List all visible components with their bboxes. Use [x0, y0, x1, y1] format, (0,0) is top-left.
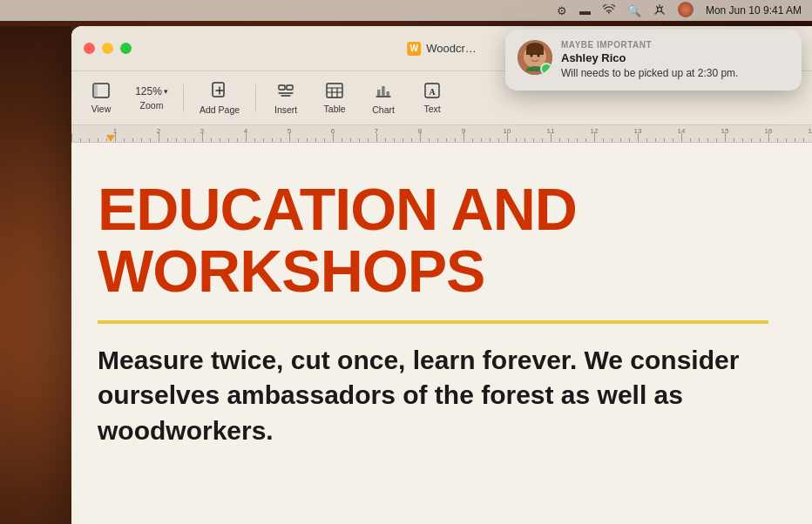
document-area[interactable]: EDUCATION AND WORKSHOPS Measure twice, c…: [71, 144, 812, 524]
chart-button[interactable]: Chart: [361, 76, 406, 121]
insert-button[interactable]: Insert: [263, 76, 308, 121]
svg-rect-4: [213, 83, 224, 97]
view-icon: [92, 83, 110, 101]
view-label: View: [91, 104, 112, 114]
airdrop-icon[interactable]: [653, 3, 666, 18]
svg-rect-13: [382, 86, 385, 97]
toolbar-separator-2: [255, 84, 256, 112]
view-button[interactable]: View: [78, 76, 124, 121]
sidebar-area: [0, 26, 71, 524]
pages-window: W Woodcr… View 125% ▾: [71, 26, 812, 524]
chart-icon: [375, 82, 392, 102]
add-page-label: Add Page: [200, 104, 240, 115]
desktop: ⚙ ▬ 🔍: [0, 0, 812, 524]
svg-point-21: [531, 55, 533, 57]
document-divider: [98, 320, 768, 324]
zoom-button[interactable]: 125% ▾ Zoom: [127, 76, 176, 121]
text-label: Text: [423, 104, 440, 114]
text-icon: A: [424, 83, 440, 101]
svg-text:A: A: [430, 86, 436, 96]
svg-rect-5: [279, 85, 285, 90]
notification-message: Will needs to be picked up at 2:30 pm.: [561, 66, 789, 80]
notification[interactable]: MAYBE IMPORTANT Ashley Rico Will needs t…: [505, 30, 802, 91]
notification-importance: MAYBE IMPORTANT: [561, 40, 789, 50]
minimize-button[interactable]: [102, 43, 113, 54]
chevron-down-icon: ▾: [164, 87, 168, 96]
svg-rect-14: [387, 91, 390, 97]
maximize-button[interactable]: [120, 43, 132, 54]
svg-rect-20: [526, 48, 544, 55]
document-body: Measure twice, cut once, learn forever. …: [98, 343, 768, 449]
zoom-value: 125% ▾: [135, 85, 168, 97]
menubar-time: Mon Jun 10 9:41 AM: [706, 4, 802, 17]
add-page-icon: [211, 82, 228, 102]
notification-content: MAYBE IMPORTANT Ashley Rico Will needs t…: [561, 40, 789, 80]
messages-badge: [540, 63, 552, 75]
insert-icon: [277, 82, 294, 102]
zoom-label: Zoom: [140, 100, 164, 111]
table-label: Table: [324, 104, 346, 114]
search-icon[interactable]: 🔍: [627, 4, 641, 17]
add-page-button[interactable]: Add Page: [191, 76, 248, 121]
pages-app-icon: W: [407, 42, 421, 56]
toolbar-separator-1: [183, 84, 184, 112]
user-avatar-icon[interactable]: [678, 2, 694, 20]
wifi-icon[interactable]: [603, 4, 615, 17]
window-title: W Woodcr…: [407, 42, 477, 56]
close-button[interactable]: [84, 43, 95, 54]
svg-rect-3: [93, 84, 98, 97]
window-title-text: Woodcr…: [426, 42, 477, 55]
svg-rect-7: [327, 84, 342, 97]
ruler: 1234567891011121314151617: [71, 125, 812, 143]
svg-point-22: [538, 55, 540, 57]
svg-rect-6: [287, 85, 293, 90]
chart-label: Chart: [372, 104, 395, 115]
table-icon: [326, 83, 343, 101]
gear-icon[interactable]: ⚙: [557, 4, 567, 17]
ruler-content: 1234567891011121314151617: [71, 125, 812, 142]
menubar-right: ⚙ ▬ 🔍: [557, 2, 802, 20]
text-button[interactable]: A Text: [409, 76, 455, 121]
svg-rect-12: [377, 90, 381, 97]
document-heading: EDUCATION AND WORKSHOPS: [98, 178, 768, 303]
battery-icon[interactable]: ▬: [579, 4, 591, 17]
menubar: ⚙ ▬ 🔍: [0, 0, 812, 21]
notification-sender: Ashley Rico: [561, 51, 789, 64]
window-controls: [71, 43, 132, 54]
svg-point-1: [678, 2, 694, 17]
table-button[interactable]: Table: [312, 76, 357, 121]
insert-label: Insert: [274, 104, 297, 115]
notification-avatar: [518, 40, 552, 75]
